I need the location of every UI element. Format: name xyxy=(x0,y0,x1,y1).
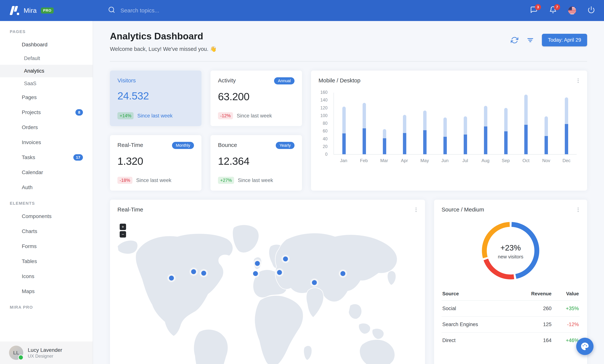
chart-title: Mobile / Desktop xyxy=(318,77,580,84)
bar-segment-desktop xyxy=(565,97,568,124)
bar-aug xyxy=(476,93,496,154)
x-tick-label: Jun xyxy=(435,158,455,163)
bar-segment-mobile xyxy=(464,135,467,154)
sidebar-item-components[interactable]: Components xyxy=(0,209,93,224)
cell-revenue: 125 xyxy=(511,316,552,332)
mira-logo-icon xyxy=(10,6,20,15)
filter-button[interactable] xyxy=(526,36,534,44)
sidebar-item-label: Forms xyxy=(22,243,71,249)
sidebar-subitem-default[interactable]: Default xyxy=(0,52,93,65)
period-pill[interactable]: Yearly xyxy=(276,142,294,149)
bar-feb xyxy=(354,93,374,154)
welcome-message: Welcome back, Lucy! We've missed you. 👋 xyxy=(110,46,217,52)
sidebar-subitem-saas[interactable]: SaaS xyxy=(0,77,93,90)
messages-button[interactable]: 3 xyxy=(529,6,538,15)
x-tick-label: Jul xyxy=(455,158,475,163)
sidebar-item-label: Tasks xyxy=(22,154,68,160)
grid-icon xyxy=(10,213,16,220)
map-marker-east-europe[interactable] xyxy=(277,270,282,275)
period-pill[interactable]: Monthly xyxy=(172,142,194,149)
sidebar-item-projects[interactable]: Projects8 xyxy=(0,105,93,120)
bar-segment-desktop xyxy=(464,116,467,135)
kebab-menu-icon[interactable] xyxy=(574,76,582,85)
cell-value: -12% xyxy=(552,316,580,332)
sidebar-item-label: Orders xyxy=(22,125,83,130)
kebab-menu-icon[interactable] xyxy=(574,206,582,214)
x-tick-label: Aug xyxy=(475,158,496,163)
sidebar-item-auth[interactable]: Auth xyxy=(0,180,93,195)
bar-segment-mobile xyxy=(423,130,427,154)
sidebar-item-label: Dashboard xyxy=(22,42,71,48)
language-selector[interactable] xyxy=(568,6,577,15)
sidebar-user-card[interactable]: LL Lucy Lavender UX Designer xyxy=(0,341,93,364)
bar-sep xyxy=(496,93,516,154)
cell-source: Search Engines xyxy=(441,316,511,332)
sidebar: PAGESDashboardDefaultAnalyticsSaaSPagesP… xyxy=(0,21,93,364)
kebab-menu-icon[interactable] xyxy=(412,206,420,214)
heart-icon xyxy=(10,273,16,280)
sidebar-item-pages[interactable]: Pages xyxy=(0,90,93,105)
avatar: LL xyxy=(9,346,23,360)
map-zoom-out-button[interactable]: − xyxy=(120,231,126,238)
bar-nov xyxy=(536,93,556,154)
stat-delta-badge: -12% xyxy=(218,112,233,119)
search-box xyxy=(108,6,210,15)
sidebar-item-tasks[interactable]: Tasks17 xyxy=(0,150,93,165)
stat-card-bounce: Bounce Yearly 12.364 +27% Since last wee… xyxy=(211,135,302,191)
cell-revenue: 164 xyxy=(511,332,552,348)
map-marker-us-east[interactable] xyxy=(201,271,206,276)
search-input[interactable] xyxy=(120,7,210,14)
sidebar-item-charts[interactable]: Charts xyxy=(0,224,93,239)
briefcase-icon xyxy=(10,109,16,116)
sidebar-item-maps[interactable]: Maps xyxy=(0,284,93,299)
map-zoom-in-button[interactable]: + xyxy=(120,224,126,230)
bar-jul xyxy=(455,93,476,154)
sidebar-item-icons[interactable]: Icons xyxy=(0,269,93,284)
period-pill[interactable]: Annual xyxy=(274,77,294,84)
map-marker-china[interactable] xyxy=(340,271,345,276)
sidebar-item-orders[interactable]: Orders xyxy=(0,120,93,135)
x-tick-label: Mar xyxy=(374,158,394,163)
logout-button[interactable] xyxy=(587,6,596,15)
x-tick-label: Nov xyxy=(536,158,556,163)
sidebar-item-tables[interactable]: Tables xyxy=(0,254,93,269)
bar-segment-desktop xyxy=(363,103,366,128)
map-marker-us-west[interactable] xyxy=(169,276,174,280)
cell-value: +46% xyxy=(552,332,580,348)
sidebar-item-label: Charts xyxy=(22,228,71,234)
sidebar-item-label: Invoices xyxy=(22,139,71,145)
chevron-down-icon xyxy=(76,184,83,191)
brand[interactable]: Mira PRO xyxy=(10,6,94,15)
map-marker-iberia[interactable] xyxy=(253,271,258,276)
pie-chart-icon xyxy=(10,228,16,235)
x-tick-label: Feb xyxy=(354,158,374,163)
refresh-button[interactable] xyxy=(510,36,519,44)
sidebar-item-calendar[interactable]: Calendar xyxy=(0,165,93,180)
map-marker-india[interactable] xyxy=(312,280,317,285)
users-icon xyxy=(10,184,16,191)
sidebar-item-label: Pages xyxy=(22,94,71,100)
check-square-icon xyxy=(10,154,16,161)
stat-value: 12.364 xyxy=(218,155,294,167)
stat-title: Real-Time xyxy=(117,142,143,148)
sidebar-item-forms[interactable]: Forms xyxy=(0,239,93,254)
theme-settings-fab[interactable] xyxy=(576,338,593,355)
sidebar-item-dashboard[interactable]: Dashboard xyxy=(0,37,93,52)
sidebar-subitem-analytics[interactable]: Analytics xyxy=(0,65,93,77)
date-range-button[interactable]: Today: April 29 xyxy=(542,34,587,46)
y-tick-label: 100 xyxy=(320,113,327,118)
sidebar-item-invoices[interactable]: Invoices xyxy=(0,135,93,150)
plot-area xyxy=(334,93,577,155)
sidebar-item-label: Calendar xyxy=(22,169,83,176)
chevron-up-icon xyxy=(76,41,83,48)
map-marker-us-central[interactable] xyxy=(191,269,196,274)
sidebar-section-label: ELEMENTS xyxy=(0,195,93,209)
notifications-button[interactable]: 7 xyxy=(548,6,557,15)
stat-title: Visitors xyxy=(117,77,136,84)
map-marker-uk[interactable] xyxy=(255,261,260,266)
x-tick-label: Jan xyxy=(334,158,354,163)
map-marker-russia[interactable] xyxy=(283,256,288,261)
x-axis-labels: JanFebMarAprMayJunJulAugSepOctNovDec xyxy=(334,158,577,163)
y-tick-label: 0 xyxy=(325,152,327,157)
navbar-actions: 3 7 xyxy=(529,6,596,15)
